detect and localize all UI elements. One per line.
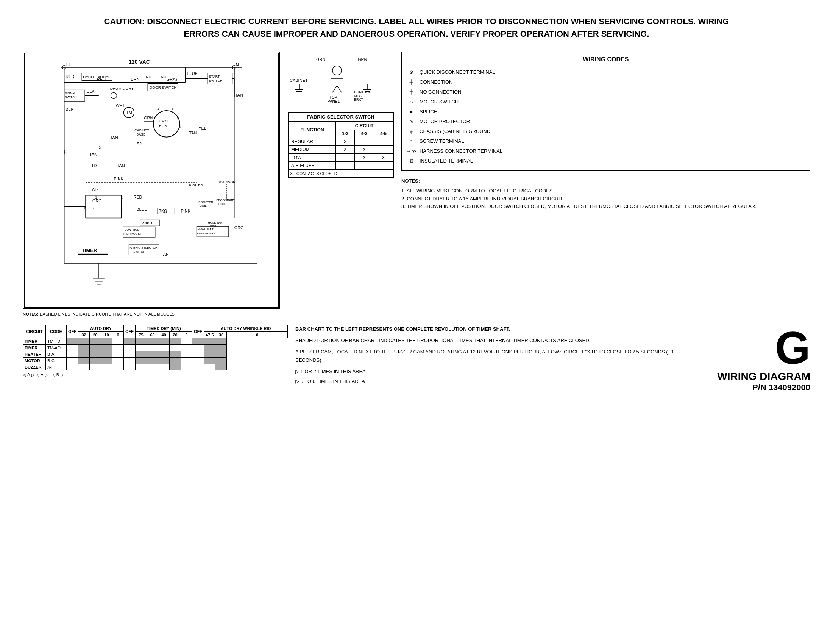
svg-text:PINK: PINK — [114, 177, 124, 181]
timer-bar-cell — [135, 345, 147, 351]
timer-bar-cell — [78, 338, 90, 345]
arrow-b: ◁B▷ — [52, 372, 64, 377]
svg-text:SIGNAL: SIGNAL — [65, 92, 76, 95]
timer-bar-cell — [124, 345, 135, 351]
timer-bar-cell — [101, 357, 113, 364]
timer-bar-cell — [67, 357, 78, 364]
timed-dry-header: TIMED DRY (MIN) — [135, 325, 192, 332]
timer-bar-cell — [215, 364, 227, 370]
svg-text:2: 2 — [179, 124, 181, 129]
timer-chart-table: CIRCUIT CODE OFF AUTO DRY OFF TIMED DRY … — [23, 325, 288, 370]
svg-text:FABRIC SELECTOR: FABRIC SELECTOR — [130, 246, 158, 249]
wiring-code-symbol: →≫ — [406, 147, 416, 155]
timer-row: TIMERTM-TD — [23, 338, 288, 345]
timer-bar-cell — [204, 338, 215, 345]
timer-bar-cell — [135, 357, 147, 364]
timer-bar-cell — [135, 338, 147, 345]
fabric-table-row: MEDIUMXX — [289, 146, 393, 154]
svg-text:5: 5 — [121, 206, 123, 211]
svg-text:GRAY: GRAY — [167, 77, 178, 81]
svg-text:RED: RED — [66, 74, 74, 79]
timer-bar-cell — [170, 351, 181, 357]
fabric-selector-table: FUNCTION CIRCUIT 1-2 4-3 4-5 REGULARXMED… — [288, 122, 393, 170]
svg-text:BLK: BLK — [87, 89, 95, 93]
wiring-code-label: MOTOR PROTECTOR — [420, 119, 470, 124]
timer-bar-cell — [78, 364, 90, 370]
svg-text:ORG: ORG — [234, 225, 244, 230]
timer-bar-cell — [101, 345, 113, 351]
timer-bar-cell — [192, 364, 204, 370]
svg-text:NC: NC — [146, 75, 151, 79]
timer-circuit: BUZZER — [23, 364, 46, 370]
center-col: CABINET GRN GRN — [288, 52, 394, 211]
fabric-cell-function: REGULAR — [289, 138, 336, 146]
timer-bar-cell — [113, 357, 124, 364]
auto-dry-wrinkle-header: AUTO DRY WRINKLE RID — [204, 325, 288, 332]
svg-text:GRN: GRN — [144, 116, 153, 120]
notes-right-items: 1. ALL WIRING MUST CONFORM TO LOCAL ELEC… — [401, 187, 810, 211]
svg-text:BLUE: BLUE — [187, 71, 198, 76]
svg-text:YEL: YEL — [198, 126, 206, 130]
auto-dry-0: 0 — [113, 332, 124, 338]
wiring-code-label: CONNECTION — [420, 79, 452, 85]
part-number: P/N 134092000 — [753, 383, 810, 393]
timer-bar-cell — [113, 345, 124, 351]
circuit-col-header: CIRCUIT — [23, 325, 46, 338]
timer-bar-cell — [113, 364, 124, 370]
fabric-table-row: LOWXX — [289, 154, 393, 162]
wiring-code-item: ∿MOTOR PROTECTOR — [406, 118, 806, 125]
wiring-diagram-title: WIRING DIAGRAM — [717, 370, 810, 383]
svg-text:CABINET: CABINET — [289, 78, 308, 82]
timer-row: TIMERTM-AD — [23, 345, 288, 351]
voltage-label: 120 VAC — [129, 59, 150, 65]
timer-bar-cell — [192, 351, 204, 357]
timer-bar-cell — [113, 338, 124, 345]
col-1-2: 1-2 — [336, 130, 355, 138]
fabric-selector-title: FABRIC SELECTOR SWITCH — [288, 113, 393, 122]
timer-bar-cell — [90, 364, 101, 370]
svg-text:START: START — [209, 75, 220, 79]
fabric-cell-4-5 — [374, 138, 392, 146]
timer-bar-cell — [90, 357, 101, 364]
timer-bar-cell — [158, 338, 170, 345]
fabric-cell-4-5 — [374, 162, 392, 170]
svg-text:GRN: GRN — [316, 57, 326, 62]
wiring-code-item: →≫HARNESS CONNECTOR TERMINAL — [406, 147, 806, 155]
timer-circuit: HEATER — [23, 351, 46, 357]
timer-bar-cell — [158, 357, 170, 364]
wrinkle-47: 47.5 — [204, 332, 215, 338]
auto-dry-20: 20 — [90, 332, 101, 338]
notes-right-title: NOTES: — [401, 177, 810, 185]
svg-text:4: 4 — [92, 206, 95, 211]
svg-text:COIL: COIL — [199, 204, 207, 208]
svg-text:TD: TD — [91, 163, 97, 168]
svg-text:CABINET: CABINET — [134, 129, 149, 132]
wiring-code-symbol: ┼ — [406, 78, 416, 85]
notes-right-item: 3. TIMER SHOWN IN OFF POSITION, DOOR SWI… — [401, 203, 810, 211]
svg-text:IGNITER: IGNITER — [189, 183, 203, 187]
timed-20: 20 — [170, 332, 181, 338]
timer-bar-cell — [78, 345, 90, 351]
timer-bar-cell — [204, 357, 215, 364]
wiring-svg-container: 120 VAC L1 N RED — [23, 52, 280, 309]
timer-bar-cell — [170, 357, 181, 364]
wrinkle-30: 30 — [215, 332, 227, 338]
timer-bar-cell — [181, 338, 192, 345]
timed-75: 75 — [135, 332, 147, 338]
timer-bar-cell — [192, 345, 204, 351]
timer-bar-cell — [158, 351, 170, 357]
svg-text:8SENSOR: 8SENSOR — [219, 180, 235, 184]
wiring-code-label: SPLICE — [420, 109, 437, 114]
timer-bar-cell — [147, 338, 158, 345]
wiring-code-item: ○SCREW TERMINAL — [406, 137, 806, 145]
svg-line-125 — [333, 85, 337, 92]
arrow-indicators: ◁A▷◁A▷ ◁B▷ — [23, 372, 288, 377]
svg-text:WHT: WHT — [116, 103, 125, 108]
svg-text:DRUM LIGHT: DRUM LIGHT — [110, 86, 133, 90]
svg-text:5: 5 — [177, 116, 180, 120]
timer-bar-cell — [67, 338, 78, 345]
timer-bar-cell — [67, 351, 78, 357]
timer-bar-cell — [181, 345, 192, 351]
timer-circuit: TIMER — [23, 345, 46, 351]
timer-bar-cell — [181, 364, 192, 370]
